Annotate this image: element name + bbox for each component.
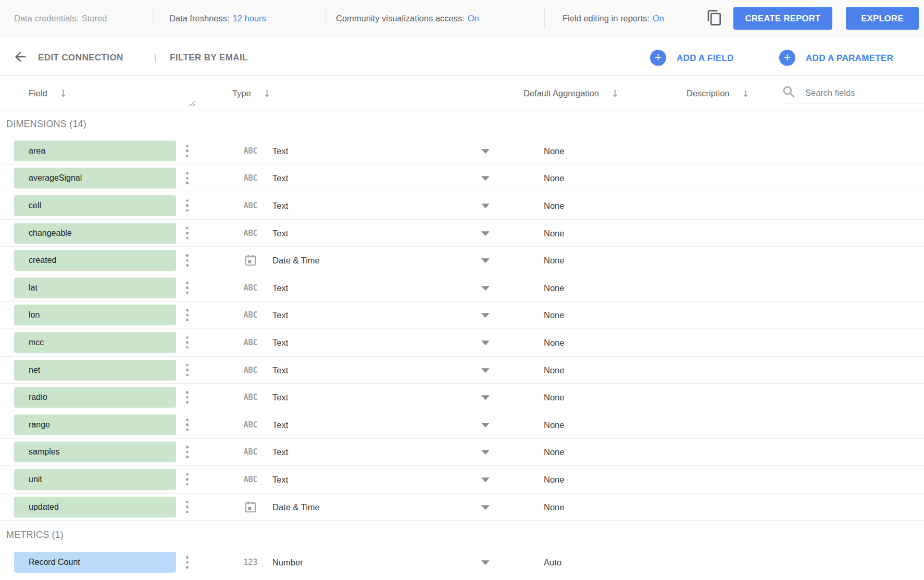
type-dropdown[interactable]: ABC Text bbox=[232, 357, 495, 384]
description-header-label: Description bbox=[686, 88, 730, 98]
back-arrow-icon[interactable] bbox=[13, 49, 28, 67]
more-options-icon[interactable] bbox=[184, 143, 191, 159]
aggregation-value[interactable]: None bbox=[544, 200, 564, 210]
type-dropdown[interactable]: ABC Text bbox=[232, 192, 495, 219]
type-label: Date & Time bbox=[272, 256, 320, 266]
more-options-icon[interactable] bbox=[184, 499, 191, 515]
field-chip[interactable]: area bbox=[14, 141, 176, 161]
type-dropdown[interactable]: Date & Time bbox=[232, 247, 495, 274]
column-header-type[interactable]: Type ↓ bbox=[232, 88, 271, 98]
dropdown-caret-icon bbox=[481, 477, 490, 482]
type-dropdown[interactable]: ABC Text bbox=[232, 329, 495, 356]
dropdown-caret-icon bbox=[481, 149, 490, 154]
type-dropdown[interactable]: ABC Text bbox=[232, 220, 495, 247]
aggregation-value[interactable]: None bbox=[544, 502, 564, 512]
create-report-button[interactable]: CREATE REPORT bbox=[733, 7, 832, 30]
aggregation-value[interactable]: None bbox=[544, 474, 564, 484]
aggregation-value[interactable]: None bbox=[544, 365, 564, 375]
field-chip[interactable]: mcc bbox=[14, 332, 176, 353]
field-chip[interactable]: unit bbox=[14, 469, 176, 490]
type-dropdown[interactable]: ABC Text bbox=[232, 384, 495, 411]
type-label: Text bbox=[272, 146, 288, 156]
more-options-icon[interactable] bbox=[184, 444, 191, 461]
aggregation-value[interactable]: None bbox=[544, 173, 564, 183]
edit-connection-link[interactable]: EDIT CONNECTION bbox=[38, 53, 123, 63]
column-header-field[interactable]: Field ↓ bbox=[29, 88, 68, 98]
aggregation-value[interactable]: None bbox=[544, 447, 564, 457]
filter-by-email-link[interactable]: FILTER BY EMAIL bbox=[170, 53, 248, 63]
field-editing-status[interactable]: Field editing in reports:On bbox=[563, 13, 664, 23]
aggregation-value[interactable]: None bbox=[544, 393, 564, 402]
metrics-section-title: METRICS (1) bbox=[0, 521, 924, 549]
copy-icon bbox=[706, 9, 723, 28]
table-row: updated Date & Time None bbox=[0, 494, 924, 521]
field-chip-label: samples bbox=[29, 447, 60, 457]
aggregation-value[interactable]: None bbox=[544, 256, 564, 266]
field-chip-label: Record Count bbox=[29, 558, 80, 567]
more-options-icon[interactable] bbox=[184, 252, 191, 269]
search-fields-input[interactable] bbox=[804, 87, 924, 98]
field-chip[interactable]: Record Count bbox=[14, 552, 176, 573]
column-resize-handle[interactable] bbox=[189, 99, 195, 109]
type-label: Text bbox=[272, 173, 288, 183]
field-chip[interactable]: lat bbox=[14, 278, 176, 298]
type-dropdown[interactable]: ABC Text bbox=[232, 302, 495, 329]
sort-arrow-icon: ↓ bbox=[611, 88, 619, 98]
more-options-icon[interactable] bbox=[184, 389, 191, 406]
type-dropdown[interactable]: Date & Time bbox=[232, 494, 495, 521]
type-dropdown[interactable]: 123 Number bbox=[232, 549, 495, 576]
add-a-parameter-button[interactable]: + ADD A PARAMETER bbox=[779, 50, 893, 66]
field-chip[interactable]: cell bbox=[14, 195, 176, 216]
column-header-description[interactable]: Description ↓ bbox=[686, 88, 750, 98]
field-chip-label: range bbox=[29, 420, 50, 430]
more-options-icon[interactable] bbox=[184, 334, 191, 351]
text-type-icon: ABC bbox=[240, 201, 261, 209]
data-credentials-value: Stored bbox=[82, 13, 107, 22]
dropdown-caret-icon bbox=[481, 341, 490, 345]
community-visualizations-status[interactable]: Community visualizations access:On bbox=[336, 13, 479, 23]
field-chip[interactable]: net bbox=[14, 360, 176, 381]
type-dropdown[interactable]: ABC Text bbox=[232, 137, 495, 165]
more-options-icon[interactable] bbox=[184, 471, 191, 488]
more-options-icon[interactable] bbox=[184, 362, 191, 379]
type-dropdown[interactable]: ABC Text bbox=[232, 466, 495, 493]
connection-toolbar: EDIT CONNECTION | FILTER BY EMAIL + ADD … bbox=[0, 36, 924, 76]
more-options-icon[interactable] bbox=[184, 197, 191, 214]
aggregation-value[interactable]: Auto bbox=[544, 558, 561, 568]
text-type-icon: ABC bbox=[240, 448, 261, 456]
more-options-icon[interactable] bbox=[184, 280, 191, 296]
plus-icon: + bbox=[779, 50, 795, 66]
more-options-icon[interactable] bbox=[184, 225, 191, 242]
field-chip[interactable]: averageSignal bbox=[14, 168, 176, 188]
copy-data-source-button[interactable] bbox=[705, 9, 724, 28]
aggregation-value[interactable]: None bbox=[544, 310, 564, 320]
more-options-icon[interactable] bbox=[184, 417, 191, 433]
type-dropdown[interactable]: ABC Text bbox=[232, 274, 495, 301]
data-freshness-status[interactable]: Data freshness:12 hours bbox=[169, 13, 266, 23]
type-dropdown[interactable]: ABC Text bbox=[232, 439, 495, 466]
field-chip[interactable]: range bbox=[14, 414, 176, 435]
aggregation-value[interactable]: None bbox=[544, 228, 564, 238]
data-credentials-status[interactable]: Data credentials:Stored bbox=[14, 13, 107, 23]
more-options-icon[interactable] bbox=[184, 307, 191, 324]
field-chip[interactable]: changeable bbox=[14, 223, 176, 244]
field-chip[interactable]: lon bbox=[14, 305, 176, 325]
field-editing-label: Field editing in reports: bbox=[563, 13, 650, 22]
type-dropdown[interactable]: ABC Text bbox=[232, 165, 495, 192]
add-a-field-button[interactable]: + ADD A FIELD bbox=[650, 50, 734, 66]
community-visualizations-value: On bbox=[468, 13, 479, 22]
text-type-icon: ABC bbox=[240, 229, 261, 237]
aggregation-value[interactable]: None bbox=[544, 420, 564, 430]
field-chip[interactable]: samples bbox=[14, 442, 176, 462]
type-dropdown[interactable]: ABC Text bbox=[232, 411, 495, 438]
aggregation-value[interactable]: None bbox=[544, 146, 564, 156]
aggregation-value[interactable]: None bbox=[544, 283, 564, 293]
field-chip[interactable]: updated bbox=[14, 497, 176, 518]
field-chip[interactable]: created bbox=[14, 250, 176, 271]
aggregation-value[interactable]: None bbox=[544, 337, 564, 347]
field-chip[interactable]: radio bbox=[14, 387, 176, 408]
explore-button[interactable]: EXPLORE bbox=[846, 7, 919, 30]
more-options-icon[interactable] bbox=[184, 170, 191, 187]
column-header-default-aggregation[interactable]: Default Aggregation ↓ bbox=[523, 88, 619, 98]
more-options-icon[interactable] bbox=[184, 554, 191, 571]
